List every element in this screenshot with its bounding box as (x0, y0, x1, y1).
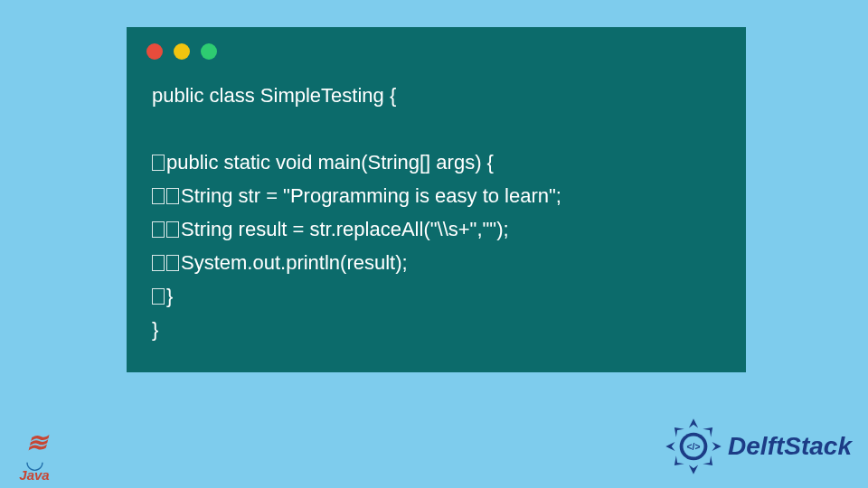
svg-marker-3 (665, 442, 675, 451)
code-text: public class SimpleTesting { (152, 84, 396, 107)
svg-marker-2 (689, 465, 698, 474)
code-line: String str = "Programming is easy to lea… (152, 180, 721, 213)
code-line: public static void main(String[] args) { (152, 146, 721, 180)
code-text: String result = str.replaceAll("\\s+",""… (181, 218, 509, 240)
svg-marker-4 (703, 427, 712, 437)
maximize-icon (201, 43, 217, 60)
java-label: Java (9, 467, 60, 483)
indent-box-icon (152, 188, 165, 204)
indent-box-icon (152, 155, 165, 171)
indent-box-icon (152, 288, 165, 305)
svg-marker-0 (689, 418, 698, 427)
svg-marker-6 (675, 455, 684, 465)
delftstack-label: DelftStack (728, 432, 852, 461)
svg-marker-1 (712, 442, 722, 451)
indent-box-icon (166, 255, 179, 271)
svg-text:</>: </> (687, 442, 701, 452)
code-line: public class SimpleTesting { (152, 80, 721, 113)
code-text: } (152, 318, 158, 341)
svg-marker-7 (675, 427, 684, 437)
close-icon (146, 43, 163, 60)
delftstack-logo: </> DelftStack (665, 418, 852, 475)
delftstack-emblem-icon: </> (665, 418, 722, 475)
code-line: String result = str.replaceAll("\\s+",""… (152, 213, 721, 247)
code-line (152, 113, 721, 146)
code-line: } (152, 280, 721, 314)
indent-box-icon (166, 188, 179, 204)
window-traffic-lights (127, 27, 746, 69)
java-logo: ≋ ◡ Java (9, 431, 60, 483)
indent-box-icon (152, 255, 165, 271)
indent-box-icon (152, 221, 165, 238)
svg-marker-5 (703, 455, 712, 465)
code-text: String str = "Programming is easy to lea… (181, 184, 561, 207)
indent-box-icon (166, 221, 179, 238)
code-line: } (152, 314, 721, 347)
code-line: System.out.println(result); (152, 247, 721, 280)
minimize-icon (174, 43, 190, 60)
code-text: public static void main(String[] args) { (166, 151, 494, 174)
code-text (152, 117, 157, 140)
code-text: } (166, 285, 173, 307)
java-cup-icon: ◡ (9, 455, 60, 467)
code-block: public class SimpleTesting { public stat… (127, 69, 746, 347)
code-text: System.out.println(result); (181, 251, 408, 274)
code-window: public class SimpleTesting { public stat… (127, 27, 746, 372)
